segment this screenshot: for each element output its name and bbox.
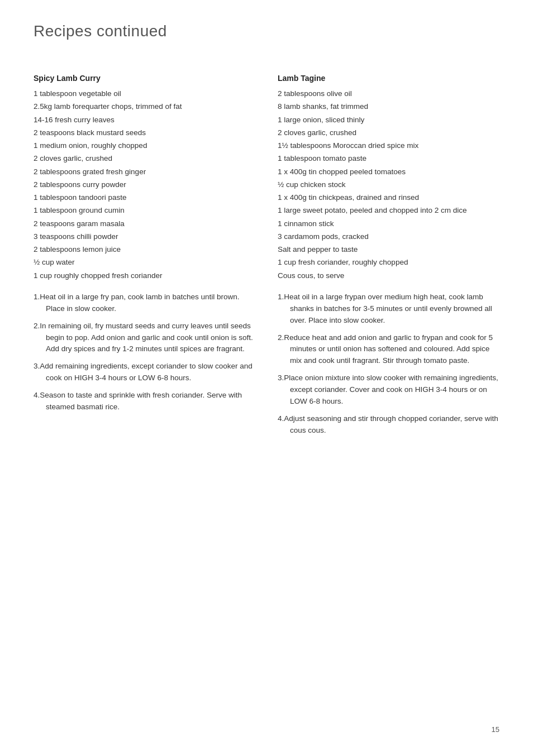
method-step: 1.Heat oil in a large frypan over medium… [278,291,499,327]
spicy-lamb-curry-method: 1.Heat oil in a large fry pan, cook lamb… [34,291,255,413]
list-item: 2 cloves garlic, crushed [278,127,499,138]
method-step: 3.Place onion mixture into slow cooker w… [278,372,499,408]
list-item: 2 cloves garlic, crushed [34,153,255,164]
method-step: 2.Reduce heat and add onion and garlic t… [278,332,499,367]
list-item: Cous cous, to serve [278,270,499,281]
list-item: 3 teaspoons chilli powder [34,231,255,242]
spicy-lamb-curry-section: Spicy Lamb Curry 1 tablespoon vegetable … [34,74,255,442]
list-item: 1 large sweet potato, peeled and chopped… [278,205,499,216]
lamb-tagine-section: Lamb Tagine 2 tablespoons olive oil8 lam… [278,74,499,442]
spicy-lamb-curry-title: Spicy Lamb Curry [34,74,255,83]
list-item: 1 medium onion, roughly chopped [34,140,255,151]
list-item: 1½ tablespoons Moroccan dried spice mix [278,140,499,151]
list-item: ½ cup water [34,257,255,268]
list-item: 1 cinnamon stick [278,218,499,229]
list-item: 1 large onion, sliced thinly [278,114,499,126]
list-item: 3 cardamom pods, cracked [278,231,499,242]
list-item: 2 tablespoons olive oil [278,88,499,99]
page-title: Recipes continued [34,22,499,40]
method-step: 4.Season to taste and sprinkle with fres… [34,390,255,413]
list-item: 14-16 fresh curry leaves [34,114,255,126]
list-item: 1 tablespoon vegetable oil [34,88,255,99]
method-step: 1.Heat oil in a large fry pan, cook lamb… [34,291,255,315]
content-area: Spicy Lamb Curry 1 tablespoon vegetable … [34,74,499,442]
spicy-lamb-curry-ingredients: 1 tablespoon vegetable oil2.5kg lamb for… [34,88,255,281]
list-item: 1 x 400g tin chopped peeled tomatoes [278,166,499,178]
list-item: ½ cup chicken stock [278,179,499,190]
list-item: 2.5kg lamb forequarter chops, trimmed of… [34,101,255,112]
list-item: 1 x 400g tin chickpeas, drained and rins… [278,192,499,203]
list-item: 1 tablespoon ground cumin [34,205,255,216]
list-item: 1 tablespoon tandoori paste [34,192,255,203]
list-item: 8 lamb shanks, fat trimmed [278,101,499,112]
list-item: 1 tablespoon tomato paste [278,153,499,164]
list-item: 2 tablespoons curry powder [34,179,255,190]
list-item: 2 tablespoons grated fresh ginger [34,166,255,178]
lamb-tagine-ingredients: 2 tablespoons olive oil8 lamb shanks, fa… [278,88,499,281]
method-step: 3.Add remaining ingredients, except cori… [34,361,255,384]
method-step: 4.Adjust seasoning and stir through chop… [278,413,499,437]
list-item: 2 teaspoons black mustard seeds [34,127,255,138]
method-step: 2.In remaining oil, fry mustard seeds an… [34,320,255,356]
lamb-tagine-title: Lamb Tagine [278,74,499,83]
list-item: 2 teaspoons garam masala [34,218,255,229]
lamb-tagine-method: 1.Heat oil in a large frypan over medium… [278,291,499,437]
list-item: 2 tablespoons lemon juice [34,244,255,255]
list-item: 1 cup roughly chopped fresh coriander [34,270,255,281]
list-item: 1 cup fresh coriander, roughly chopped [278,257,499,268]
list-item: Salt and pepper to taste [278,244,499,255]
page-number: 15 [492,725,499,734]
